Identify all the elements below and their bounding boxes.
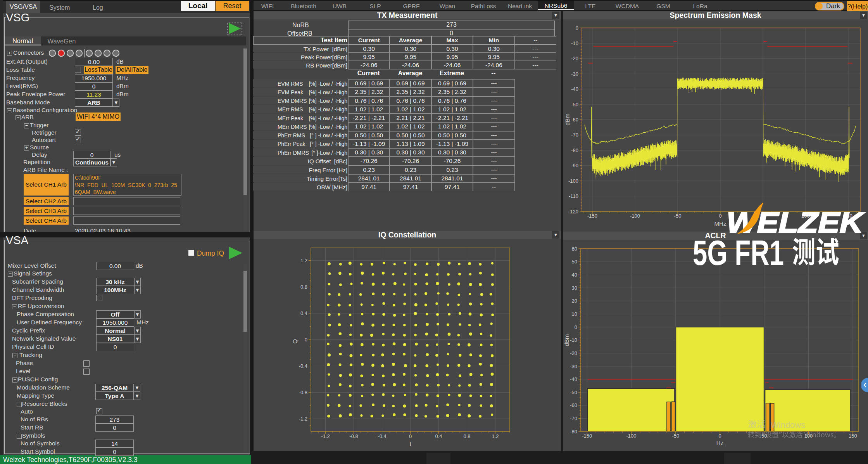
svg-text:-40: -40 [571,86,578,92]
svg-text:Q: Q [292,339,298,344]
svg-text:-20: -20 [571,55,578,61]
svg-text:-10: -10 [570,337,577,343]
svg-text:-150: -150 [582,433,592,439]
svg-text:-1.2: -1.2 [299,416,307,422]
svg-text:0.4: 0.4 [435,433,442,439]
svg-text:-50: -50 [571,102,578,107]
svg-text:-110: -110 [569,193,578,199]
svg-text:0: 0 [718,433,721,439]
svg-text:-100: -100 [568,178,578,184]
svg-text:-30: -30 [570,364,577,369]
svg-text:-10: -10 [571,40,578,46]
svg-text:-60: -60 [570,402,577,408]
svg-text:0.8: 0.8 [300,284,307,290]
svg-text:10: 10 [572,311,577,317]
svg-text:60: 60 [572,246,577,252]
svg-text:-80: -80 [571,147,578,153]
svg-text:WELZEK: WELZEK [726,206,865,237]
svg-text:-0.8: -0.8 [299,390,307,395]
svg-text:0: 0 [305,337,307,343]
svg-text:-50: -50 [674,213,682,219]
svg-text:-90: -90 [571,163,578,168]
svg-text:-120: -120 [568,209,578,215]
svg-text:0: 0 [409,433,412,439]
svg-text:0.4: 0.4 [300,310,307,316]
svg-text:-40: -40 [570,376,577,382]
svg-text:-0.4: -0.4 [378,433,386,439]
svg-text:-50: -50 [570,390,577,395]
svg-text:0.8: 0.8 [463,433,470,439]
svg-text:-100: -100 [630,213,640,219]
svg-text:40: 40 [572,272,577,278]
svg-text:5G FR1: 5G FR1 [693,235,784,272]
svg-text:dBm: dBm [563,334,570,346]
svg-text:dBm: dBm [564,114,571,126]
svg-text:50: 50 [572,259,577,265]
svg-text:-80: -80 [570,429,577,435]
svg-text:-30: -30 [571,71,578,77]
svg-text:0: 0 [576,25,578,31]
svg-text:1.2: 1.2 [300,258,307,263]
svg-text:I: I [409,441,411,447]
svg-text:-150: -150 [587,213,597,219]
svg-text:1.2: 1.2 [492,433,499,439]
svg-text:150: 150 [849,433,857,439]
svg-text:-1.2: -1.2 [321,433,330,439]
svg-text:30: 30 [572,285,577,291]
svg-text:0: 0 [575,324,577,330]
svg-text:-0.4: -0.4 [299,363,307,369]
svg-text:-50: -50 [672,433,679,439]
svg-text:-70: -70 [570,416,577,421]
svg-text:20: 20 [572,298,577,304]
svg-text:Hz: Hz [716,440,723,446]
svg-text:-70: -70 [571,132,578,138]
svg-text:-0.8: -0.8 [349,433,358,439]
svg-text:-20: -20 [570,350,577,356]
svg-text:-60: -60 [571,117,578,123]
svg-text:-100: -100 [626,433,636,439]
